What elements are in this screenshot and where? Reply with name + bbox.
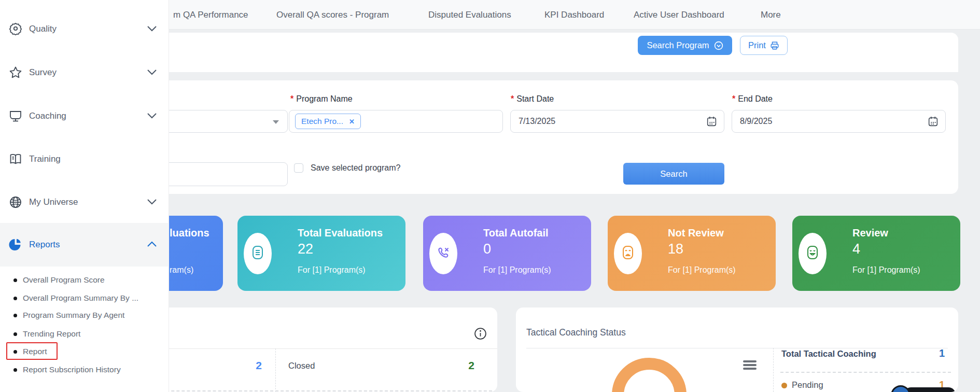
stat-card-review[interactable]: Review 4 For [1] Program(s) — [792, 216, 960, 291]
stat-card-subtitle: For [1] Program(s) — [298, 265, 366, 275]
sidebar-item-my-universe[interactable]: My Universe — [0, 191, 169, 213]
sidebar-item-label: Reports — [29, 240, 60, 250]
end-date-label: *End Date — [732, 94, 773, 104]
chevron-down-icon — [147, 198, 157, 207]
start-date-input[interactable]: 7/13/2025 — [510, 110, 724, 133]
book-icon — [8, 152, 23, 166]
panel-dashed-border — [145, 390, 497, 391]
stat-card-value: 4 — [852, 241, 860, 257]
chart-tooltip — [904, 387, 956, 392]
tag-remove-icon[interactable]: ✕ — [349, 118, 355, 125]
tab-disputed-evaluations[interactable]: Disputed Evaluations — [428, 0, 511, 30]
globe-icon — [8, 195, 23, 209]
filter-panel: *Program Name *Start Date *End Date Etec… — [162, 80, 958, 194]
tab-kpi-dashboard[interactable]: KPI Dashboard — [544, 0, 604, 30]
submenu-overall-program-score[interactable]: Overall Program Score — [0, 273, 169, 287]
calendar-icon[interactable] — [706, 116, 717, 129]
program-group-select[interactable] — [156, 110, 288, 133]
chart-menu-icon[interactable] — [743, 360, 757, 371]
submenu-program-summary-by-agent[interactable]: Program Summary By Agent — [0, 309, 169, 322]
save-program-checkbox[interactable] — [294, 163, 303, 173]
tab-more[interactable]: More — [761, 0, 781, 30]
pie-chart-icon — [8, 237, 23, 252]
stat-card-total-autofail[interactable]: Total Autofail 0 For [1] Program(s) — [423, 216, 591, 291]
submenu-trending-report[interactable]: Trending Report — [0, 327, 169, 341]
monitor-icon — [8, 109, 23, 123]
bullet-icon — [13, 332, 17, 336]
program-tag[interactable]: Etech Pro... ✕ — [295, 114, 361, 129]
info-icon[interactable] — [474, 327, 487, 340]
chevron-down-icon — [147, 68, 157, 77]
tactical-coaching-panel: Tactical Coaching Status 1 Total Tactica… — [516, 307, 958, 392]
chevron-up-icon — [147, 240, 157, 249]
secondary-filter-input[interactable] — [156, 162, 288, 186]
stat-card-not-review[interactable]: Not Review 18 For [1] Program(s) — [608, 216, 776, 291]
sidebar-item-reports[interactable]: Reports — [0, 223, 169, 267]
stat-card-title: Review — [852, 227, 888, 239]
tab-qa-performance[interactable]: m QA Performance — [173, 0, 248, 30]
stat-card-value: 22 — [298, 241, 313, 257]
program-name-input[interactable]: Etech Pro... ✕ — [289, 110, 503, 133]
bullet-icon — [13, 278, 17, 282]
sidebar-item-coaching[interactable]: Coaching — [0, 105, 169, 127]
quality-badge-icon — [8, 22, 23, 36]
stat-card-value: 0 — [483, 241, 491, 257]
stat-card-title: Total Evaluations — [298, 227, 383, 239]
stat-card-subtitle: For [1] Program(s) — [668, 265, 736, 275]
print-button[interactable]: Print — [740, 36, 788, 55]
sidebar-item-training[interactable]: Training — [0, 148, 169, 170]
bullet-icon — [13, 350, 17, 354]
submenu-report-subscription-history[interactable]: Report Subscription History — [0, 363, 169, 376]
sidebar-item-label: Coaching — [29, 111, 66, 121]
printer-icon — [770, 41, 779, 50]
chevron-down-circle-icon — [714, 41, 723, 50]
star-icon — [8, 65, 23, 80]
program-name-label: *Program Name — [290, 94, 353, 104]
status-cell-label: Closed — [288, 361, 315, 371]
end-date-value: 8/9/2025 — [740, 117, 772, 126]
chevron-down-icon — [147, 24, 157, 34]
status-cell-value: 2 — [468, 359, 474, 372]
column-separator — [773, 348, 774, 392]
tab-overall-qa-scores[interactable]: Overall QA scores - Program — [276, 0, 389, 30]
search-button[interactable]: Search — [623, 163, 724, 185]
start-date-label: *Start Date — [511, 94, 554, 104]
search-program-button[interactable]: Search Program — [638, 36, 732, 55]
evaluations-list-icon — [250, 245, 265, 262]
sidebar-item-label: My Universe — [29, 197, 78, 207]
sidebar-item-quality[interactable]: Quality — [0, 18, 169, 40]
start-date-value: 7/13/2025 — [519, 117, 555, 126]
submenu-overall-program-summary[interactable]: Overall Program Summary By ... — [0, 291, 169, 305]
bullet-icon — [13, 297, 17, 300]
happy-face-icon — [805, 245, 820, 262]
header-panel: Search Program Print — [162, 33, 958, 72]
stat-card-title: Not Review — [668, 227, 724, 239]
tab-active-user-dashboard[interactable]: Active User Dashboard — [634, 0, 724, 30]
total-coaching-label: Total Tactical Coaching — [781, 349, 876, 359]
sidebar-item-label: Quality — [29, 24, 57, 34]
stat-card-total-evaluations[interactable]: Total Evaluations 22 For [1] Program(s) — [237, 216, 405, 291]
stat-card-subtitle: For [1] Program(s) — [483, 265, 551, 275]
panel-divider — [145, 348, 497, 349]
sidebar-item-label: Training — [29, 154, 61, 164]
stat-card-value: 18 — [668, 241, 683, 257]
print-label: Print — [748, 40, 766, 50]
legend-divider — [780, 372, 951, 373]
bullet-icon — [13, 314, 17, 317]
select-caret-icon — [273, 120, 279, 124]
submenu-report[interactable]: Report — [0, 345, 169, 358]
panel-title: Tactical Coaching Status — [526, 327, 626, 338]
end-date-input[interactable]: 8/9/2025 — [732, 110, 946, 133]
bullet-icon — [13, 368, 17, 372]
phone-x-icon — [436, 245, 451, 262]
stat-card-title-partial: luations — [170, 227, 209, 239]
cell-separator — [275, 348, 276, 392]
stat-card-subtitle-partial: ram(s) — [170, 265, 193, 275]
status-summary-panel: 2 Closed 2 — [145, 307, 497, 392]
sidebar-item-survey[interactable]: Survey — [0, 62, 169, 83]
sidebar: Quality Survey Coaching Training — [0, 0, 169, 392]
stat-card-subtitle: For [1] Program(s) — [852, 265, 920, 275]
sidebar-item-label: Survey — [29, 67, 57, 78]
calendar-icon[interactable] — [928, 116, 939, 129]
dashboard-screen: m QA Performance Overall QA scores - Pro… — [0, 0, 980, 392]
